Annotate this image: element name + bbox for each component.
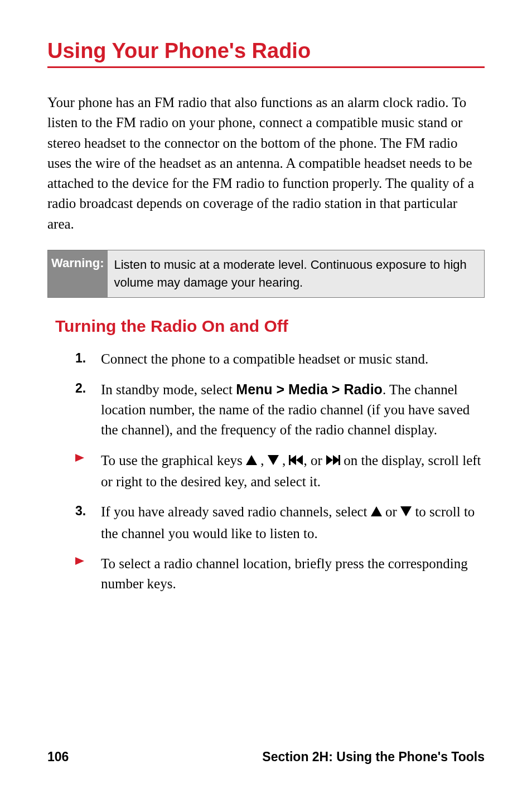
heading-rule <box>47 66 485 68</box>
svg-marker-2 <box>268 455 279 465</box>
bullet-arrow-icon <box>75 554 101 594</box>
list-item: 3. If you have already saved radio chann… <box>75 502 485 544</box>
svg-marker-4 <box>296 455 303 465</box>
list-item: 1. Connect the phone to a compatible hea… <box>75 349 485 369</box>
list-item: To use the graphical keys , , , or on th… <box>75 451 485 492</box>
svg-marker-6 <box>326 455 333 465</box>
rewind-icon <box>289 451 303 471</box>
page-footer: 106 Section 2H: Using the Phone's Tools <box>47 749 485 765</box>
step-number: 2. <box>75 379 101 441</box>
svg-marker-1 <box>246 455 257 465</box>
fast-forward-icon <box>326 451 340 471</box>
menu-path: Menu > Media > Radio <box>236 381 383 397</box>
list-item: 2. In standby mode, select Menu > Media … <box>75 379 485 441</box>
bullet-arrow-icon <box>75 451 101 492</box>
svg-rect-8 <box>338 455 340 465</box>
step-text: To select a radio channel location, brie… <box>101 554 485 594</box>
text-fragment: If you have already saved radio channels… <box>101 504 371 519</box>
svg-marker-9 <box>371 506 382 516</box>
text-fragment: In standby mode, select <box>101 382 236 397</box>
text-fragment: , or <box>303 453 326 468</box>
list-item: To select a radio channel location, brie… <box>75 554 485 594</box>
down-triangle-icon <box>268 451 279 471</box>
section-label: Section 2H: Using the Phone's Tools <box>262 749 485 765</box>
section-subheading: Turning the Radio On and Off <box>55 317 485 336</box>
step-text: To use the graphical keys , , , or on th… <box>101 451 485 492</box>
svg-marker-11 <box>75 557 84 565</box>
intro-paragraph: Your phone has an FM radio that also fun… <box>47 93 485 234</box>
up-triangle-icon <box>371 502 382 522</box>
svg-marker-10 <box>400 506 412 516</box>
svg-marker-0 <box>75 454 84 462</box>
warning-label: Warning: <box>48 250 108 297</box>
up-triangle-icon <box>246 451 257 471</box>
step-text: Connect the phone to a compatible headse… <box>101 349 428 369</box>
text-fragment: , <box>257 453 268 468</box>
page-number: 106 <box>47 749 69 765</box>
down-triangle-icon <box>400 502 412 522</box>
step-number: 1. <box>75 349 101 369</box>
page-title: Using Your Phone's Radio <box>47 39 485 63</box>
warning-text: Listen to music at a moderate level. Con… <box>108 250 485 297</box>
warning-box: Warning: Listen to music at a moderate l… <box>47 250 485 298</box>
step-text: If you have already saved radio channels… <box>101 502 485 544</box>
svg-rect-5 <box>289 455 291 465</box>
text-fragment: , <box>279 453 289 468</box>
instructions-list: 1. Connect the phone to a compatible hea… <box>47 349 485 594</box>
step-text: In standby mode, select Menu > Media > R… <box>101 379 485 441</box>
text-fragment: To use the graphical keys <box>101 453 246 468</box>
text-fragment: or <box>382 504 400 519</box>
step-number: 3. <box>75 502 101 544</box>
